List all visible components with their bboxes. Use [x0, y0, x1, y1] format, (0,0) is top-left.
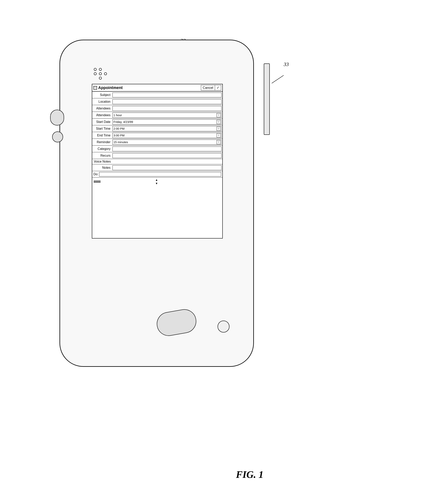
- recurs-row: Recurs: [92, 152, 222, 159]
- led-dot-3: [94, 72, 97, 75]
- reminder-dropdown[interactable]: 15 minutes ▽: [112, 140, 222, 145]
- start-time-arrow[interactable]: ▽: [217, 127, 221, 131]
- scroll-down-icon: ▼: [155, 182, 158, 185]
- attendees-text-input[interactable]: [112, 106, 222, 111]
- start-date-dropdown[interactable]: Friday, 4/23/99 ▽: [112, 119, 222, 124]
- led-dot-5: [104, 72, 107, 75]
- title-bar-left: ▽ Appointment: [93, 85, 123, 90]
- location-label: Location: [92, 99, 112, 104]
- title-bar-buttons: Cancel ✓: [201, 85, 221, 90]
- category-row: Category: [92, 146, 222, 152]
- device-body: ▽ Appointment Cancel ✓ Subject Location: [60, 40, 254, 367]
- start-date-row: Start Date Friday, 4/23/99 ▽: [92, 119, 222, 125]
- keyboard-icon[interactable]: [94, 181, 100, 183]
- attendees-dropdown[interactable]: 1 hour ▽: [112, 113, 222, 118]
- reminder-value: 15 minutes: [113, 140, 217, 144]
- end-time-arrow[interactable]: ▽: [217, 133, 221, 137]
- form-section: Subject Location Attendees Attendees: [92, 92, 222, 186]
- attendees-arrow[interactable]: ▽: [217, 113, 221, 117]
- recurs-input[interactable]: [112, 153, 222, 158]
- end-time-row: End Time 3:00 PM ▽: [92, 132, 222, 139]
- appointment-icon: ▽: [93, 86, 97, 90]
- ref-label-33: 33: [284, 62, 289, 67]
- subject-label: Subject: [92, 92, 112, 97]
- attendees-dropdown-row: Attendees 1 hour ▽: [92, 112, 222, 119]
- do-row: Do:: [92, 171, 222, 177]
- location-row: Location: [92, 98, 222, 105]
- recurs-label: Recurs: [92, 153, 112, 158]
- screen: ▽ Appointment Cancel ✓ Subject Location: [92, 84, 223, 239]
- attendees-text-label: Attendees: [92, 106, 112, 111]
- toolbar-row: ▲ ▼: [92, 177, 222, 186]
- attendees-dropdown-label: Attendees: [92, 113, 112, 118]
- attendees-value: 1 hour: [113, 113, 217, 117]
- figure-label: FIG. 1: [236, 469, 264, 480]
- scroll-up-icon: ▲: [155, 178, 158, 181]
- thumb-button[interactable]: [155, 308, 198, 338]
- title-bar: ▽ Appointment Cancel ✓: [92, 84, 222, 92]
- subject-input[interactable]: [112, 93, 222, 97]
- start-time-dropdown[interactable]: 2:00 PM ▽: [112, 126, 222, 131]
- led-dot-1: [94, 68, 97, 71]
- end-time-label: End Time: [92, 133, 112, 138]
- reminder-row: Reminder 15 minutes ▽: [92, 139, 222, 146]
- notes-row: Notes: [92, 164, 222, 171]
- led-dot-6: [99, 77, 102, 80]
- attendees-text-row: Attendees: [92, 105, 222, 112]
- side-button-top[interactable]: [50, 110, 64, 125]
- end-time-dropdown[interactable]: 3:00 PM ▽: [112, 133, 222, 138]
- start-time-value: 2:00 PM: [113, 127, 217, 130]
- do-label: Do:: [93, 172, 98, 176]
- location-input[interactable]: [112, 99, 222, 104]
- start-date-value: Friday, 4/23/99: [113, 120, 217, 124]
- led-dot-4: [99, 72, 102, 75]
- cancel-button[interactable]: Cancel: [201, 85, 215, 90]
- subject-row: Subject: [92, 92, 222, 98]
- stylus: [264, 63, 270, 135]
- notes-input[interactable]: [112, 165, 222, 170]
- do-input[interactable]: [99, 172, 221, 177]
- category-input[interactable]: [112, 147, 222, 151]
- start-date-label: Start Date: [92, 119, 112, 124]
- scroll-arrows[interactable]: ▲ ▼: [155, 178, 158, 185]
- side-button-bottom[interactable]: [52, 132, 63, 142]
- end-time-value: 3:00 PM: [113, 134, 217, 137]
- start-time-row: Start Time 2:00 PM ▽: [92, 125, 222, 132]
- circle-button[interactable]: [218, 321, 230, 333]
- start-time-label: Start Time: [92, 126, 112, 131]
- reminder-label: Reminder: [92, 140, 112, 145]
- led-area: [94, 68, 108, 80]
- reminder-arrow[interactable]: ▽: [217, 140, 221, 144]
- voice-notes-header: Voice Notes: [92, 159, 222, 164]
- start-date-arrow[interactable]: ▽: [217, 120, 221, 124]
- notes-label: Notes: [92, 165, 112, 170]
- led-dot-2: [99, 68, 102, 71]
- confirm-button[interactable]: ✓: [215, 85, 221, 90]
- appointment-title: Appointment: [98, 85, 123, 90]
- category-label: Category: [92, 146, 112, 151]
